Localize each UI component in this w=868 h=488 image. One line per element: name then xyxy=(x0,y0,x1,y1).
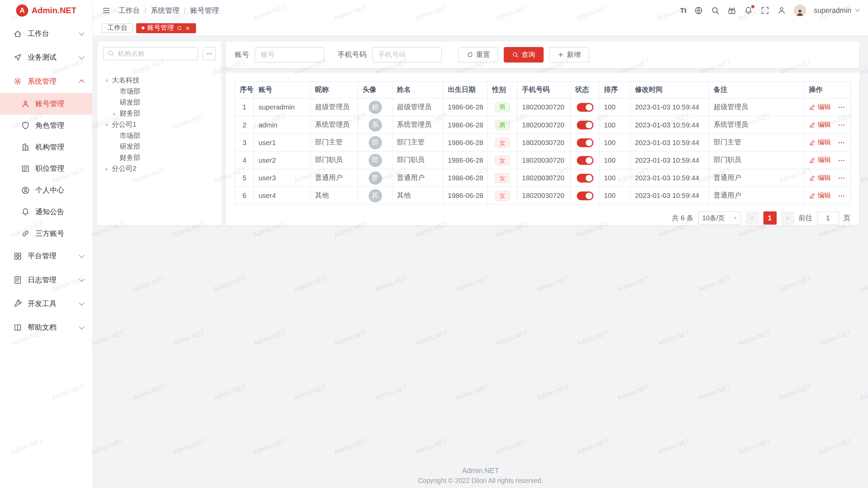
chevron-down-icon xyxy=(79,324,84,329)
prev-page-button[interactable]: ‹ xyxy=(745,211,758,225)
more-actions-icon[interactable] xyxy=(837,139,845,146)
more-actions-icon[interactable] xyxy=(837,192,845,200)
col-actions: 操作 xyxy=(804,82,850,98)
font-size-icon[interactable]: Tt xyxy=(680,6,686,15)
org-search-input[interactable] xyxy=(103,47,198,60)
caret-down-icon[interactable]: ▾ xyxy=(103,77,111,83)
col-modified: 修改时间 xyxy=(630,82,709,98)
col-birth: 出生日期 xyxy=(443,82,488,98)
logo[interactable]: A Admin.NET xyxy=(0,0,93,20)
edit-icon xyxy=(809,139,815,146)
layout-user-icon[interactable] xyxy=(777,6,786,15)
caret-right-icon[interactable]: ▸ xyxy=(111,110,119,117)
breadcrumb-item[interactable]: 工作台 xyxy=(118,5,140,15)
tree-node[interactable]: 财务部 xyxy=(103,152,216,163)
sidebar-item-devtools[interactable]: 开发工具 xyxy=(0,291,93,315)
table-row: 5 user3 普通用户 普 普通用户 1986-06-28 女 1802003… xyxy=(235,169,851,187)
sidebar-item-platform[interactable]: 平台管理 xyxy=(0,244,93,268)
tree-node[interactable]: ▸ 分公司2 xyxy=(103,163,216,175)
status-toggle[interactable] xyxy=(576,156,593,165)
sidebar-item-personal-center[interactable]: 个人中心 xyxy=(0,179,93,201)
col-remark: 备注 xyxy=(709,82,804,98)
sidebar-item-third-party-account[interactable]: 三方账号 xyxy=(0,222,93,244)
search-icon xyxy=(512,52,519,58)
breadcrumb-item: 账号管理 xyxy=(190,5,219,15)
edit-button[interactable]: 编辑 xyxy=(809,191,831,200)
sidebar-item-workbench[interactable]: 工作台 xyxy=(0,22,93,45)
language-icon[interactable] xyxy=(694,6,703,15)
edit-button[interactable]: 编辑 xyxy=(809,120,831,129)
notification-badge xyxy=(751,5,755,8)
avatar: 部 xyxy=(369,136,382,149)
tree-node[interactable]: 市场部 xyxy=(103,86,216,97)
more-actions-icon[interactable] xyxy=(837,121,845,129)
sidebar-item-account[interactable]: 账号管理 xyxy=(0,93,93,115)
sidebar: A Admin.NET 工作台 业务测试 系统管理 账 xyxy=(0,0,93,488)
edit-button[interactable]: 编辑 xyxy=(809,156,831,165)
search-button[interactable]: 查询 xyxy=(504,47,544,63)
breadcrumb-item[interactable]: 系统管理 xyxy=(151,5,180,15)
home-icon xyxy=(13,29,22,38)
goto-page-input[interactable] xyxy=(817,211,839,225)
more-actions-icon[interactable] xyxy=(837,156,845,164)
account-input[interactable] xyxy=(255,47,324,63)
top-bar: 工作台 / 系统管理 / 账号管理 Tt xyxy=(93,0,868,20)
user-avatar[interactable] xyxy=(794,4,806,16)
more-actions-icon[interactable] xyxy=(837,103,845,111)
close-icon[interactable] xyxy=(185,25,190,30)
edit-icon xyxy=(809,157,815,164)
tree-node[interactable]: 市场部 xyxy=(103,130,216,141)
edit-icon xyxy=(809,104,815,110)
status-toggle[interactable] xyxy=(576,174,593,182)
status-toggle[interactable] xyxy=(576,120,593,129)
tree-node[interactable]: ▸ 财务部 xyxy=(103,108,216,119)
edit-button[interactable]: 编辑 xyxy=(809,173,831,183)
menu-collapse-icon[interactable] xyxy=(102,6,111,15)
sidebar-item-help-docs[interactable]: 帮助文档 xyxy=(0,316,93,339)
log-icon xyxy=(13,275,22,284)
page-size-select[interactable]: 10条/页 ▾ xyxy=(698,211,741,225)
status-toggle[interactable] xyxy=(576,103,593,111)
page-button-1[interactable]: 1 xyxy=(763,211,776,225)
send-icon xyxy=(13,53,22,62)
edit-button[interactable]: 编辑 xyxy=(809,138,831,147)
table-row: 3 user1 部门主管 部 部门主管 1986-06-28 女 1802003… xyxy=(235,134,851,151)
sidebar-item-role[interactable]: 角色管理 xyxy=(0,115,93,136)
username[interactable]: superadmin xyxy=(814,6,851,14)
edit-button[interactable]: 编辑 xyxy=(809,102,831,112)
tree-node[interactable]: 研发部 xyxy=(103,97,216,108)
table-row: 1 superadmin 超级管理员 超 超级管理员 1986-06-28 男 … xyxy=(235,98,851,116)
tab-workbench[interactable]: 工作台 xyxy=(102,23,133,33)
search-icon[interactable] xyxy=(711,6,719,15)
phone-input[interactable] xyxy=(372,47,442,63)
avatar: 部 xyxy=(369,154,382,167)
table-panel: 序号 账号 昵称 头像 姓名 出生日期 性别 手机号码 状态 排序 修改时间 xyxy=(226,73,859,225)
sidebar-item-position[interactable]: 职位管理 xyxy=(0,158,93,179)
sidebar-item-system[interactable]: 系统管理 xyxy=(0,69,93,93)
sidebar-item-business-test[interactable]: 业务测试 xyxy=(0,45,93,69)
total-count: 共 6 条 xyxy=(672,213,693,223)
user-menu-chevron-icon[interactable] xyxy=(855,7,860,12)
tree-node[interactable]: 研发部 xyxy=(103,141,216,152)
org-more-button[interactable] xyxy=(203,47,216,60)
col-status: 状态 xyxy=(570,82,599,98)
refresh-icon[interactable] xyxy=(177,25,182,30)
fullscreen-icon[interactable] xyxy=(761,6,769,15)
caret-down-icon[interactable]: ▾ xyxy=(103,121,111,127)
chevron-down-icon xyxy=(79,276,84,282)
reset-button[interactable]: 重置 xyxy=(458,47,498,63)
status-toggle[interactable] xyxy=(576,191,593,200)
sidebar-item-organization[interactable]: 机构管理 xyxy=(0,136,93,158)
add-button[interactable]: 新增 xyxy=(549,47,589,63)
more-actions-icon[interactable] xyxy=(837,174,845,182)
tree-node[interactable]: ▾ 分公司1 xyxy=(103,119,216,130)
status-toggle[interactable] xyxy=(576,138,593,147)
notification-icon[interactable] xyxy=(744,6,753,15)
theme-icon[interactable] xyxy=(727,6,736,15)
sidebar-item-notice[interactable]: 通知公告 xyxy=(0,201,93,223)
tab-account-management[interactable]: 账号管理 xyxy=(136,23,196,33)
caret-right-icon[interactable]: ▸ xyxy=(103,166,111,172)
next-page-button[interactable]: › xyxy=(781,211,794,225)
tree-node[interactable]: ▾ 大名科技 xyxy=(103,75,216,86)
sidebar-item-logs[interactable]: 日志管理 xyxy=(0,268,93,291)
